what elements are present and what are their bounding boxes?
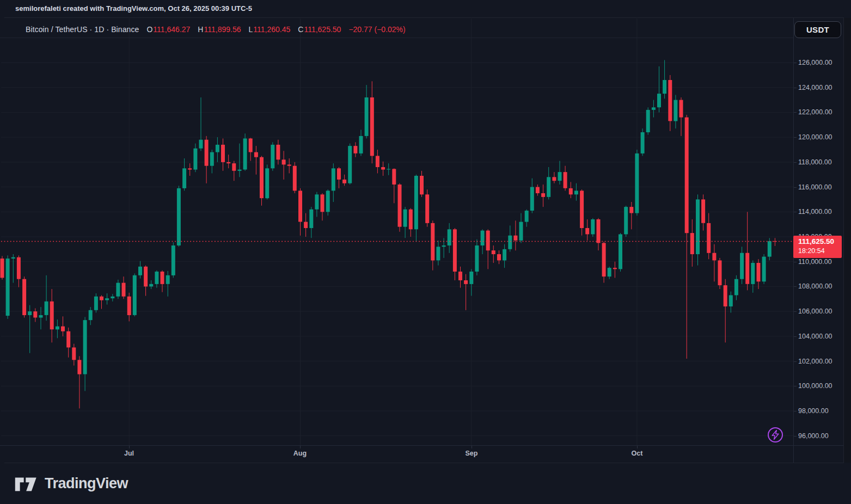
candle[interactable] [177, 188, 181, 245]
candle[interactable] [569, 188, 573, 194]
candle[interactable] [497, 254, 501, 260]
candle[interactable] [276, 145, 280, 159]
candle[interactable] [392, 169, 396, 185]
candle[interactable] [475, 245, 479, 272]
candle[interactable] [486, 231, 490, 251]
candle[interactable] [254, 152, 258, 157]
candle[interactable] [503, 249, 506, 261]
candle[interactable] [635, 153, 639, 213]
candle[interactable] [370, 97, 374, 156]
candle[interactable] [221, 145, 225, 162]
candle[interactable] [558, 172, 562, 181]
candle[interactable] [155, 272, 158, 284]
candle[interactable] [387, 169, 390, 169]
candle[interactable] [734, 279, 738, 296]
candle[interactable] [72, 347, 76, 360]
candle[interactable] [381, 167, 385, 170]
candle[interactable] [668, 80, 672, 121]
candle[interactable] [89, 310, 93, 320]
candle[interactable] [762, 257, 766, 282]
candle[interactable] [83, 320, 87, 374]
candle[interactable] [701, 199, 705, 223]
candle[interactable] [210, 152, 214, 166]
candle[interactable] [133, 275, 137, 315]
candle[interactable] [492, 250, 495, 254]
candle[interactable] [641, 132, 645, 153]
candle[interactable] [216, 145, 219, 152]
candle[interactable] [652, 107, 656, 110]
candle[interactable] [166, 275, 170, 284]
candle[interactable] [1, 259, 4, 278]
candle[interactable] [552, 177, 556, 181]
candle[interactable] [353, 146, 357, 153]
candle[interactable] [298, 190, 302, 222]
candle[interactable] [105, 298, 109, 300]
candle[interactable] [205, 140, 209, 166]
candle[interactable] [420, 176, 424, 194]
candle[interactable] [751, 263, 755, 284]
candle[interactable] [348, 146, 352, 183]
candle[interactable] [111, 297, 114, 298]
candle[interactable] [45, 302, 48, 315]
candle[interactable] [657, 94, 661, 107]
candle[interactable] [304, 222, 308, 228]
candle[interactable] [768, 241, 772, 257]
candle[interactable] [536, 187, 540, 193]
candle[interactable] [282, 159, 286, 164]
candle[interactable] [182, 168, 186, 188]
candle[interactable] [260, 157, 264, 198]
tradingview-logo[interactable]: TradingView [14, 474, 128, 493]
candle[interactable] [718, 260, 722, 285]
candle[interactable] [342, 180, 346, 183]
candle[interactable] [193, 149, 197, 170]
candle[interactable] [376, 156, 379, 167]
candle[interactable] [332, 168, 335, 190]
candle[interactable] [574, 190, 578, 194]
candle[interactable] [326, 190, 330, 212]
candle[interactable] [674, 100, 677, 121]
candle[interactable] [690, 233, 694, 254]
candle[interactable] [409, 210, 413, 230]
candle[interactable] [28, 311, 32, 315]
candle[interactable] [116, 283, 120, 297]
candle[interactable] [309, 210, 313, 228]
candle[interactable] [144, 267, 148, 287]
candle[interactable] [530, 187, 534, 211]
candle[interactable] [226, 162, 230, 163]
candle[interactable] [265, 168, 269, 198]
candle[interactable] [61, 327, 65, 331]
candle[interactable] [547, 177, 550, 197]
candle[interactable] [403, 210, 407, 227]
candle[interactable] [745, 253, 749, 284]
candle[interactable] [624, 207, 628, 234]
candle[interactable] [448, 229, 451, 245]
candle[interactable] [458, 272, 462, 280]
candle[interactable] [729, 295, 733, 306]
candle[interactable] [359, 136, 363, 153]
candle[interactable] [287, 164, 291, 165]
candle[interactable] [238, 170, 242, 171]
candle[interactable] [740, 253, 744, 279]
candle[interactable] [22, 279, 26, 315]
candle[interactable] [199, 140, 203, 149]
candle[interactable] [188, 168, 192, 169]
candle[interactable] [127, 297, 131, 315]
candle[interactable] [77, 360, 81, 374]
symbol-title[interactable]: Bitcoin / TetherUS · 1D · Binance [26, 25, 139, 34]
candle[interactable] [469, 272, 473, 284]
candle[interactable] [712, 253, 716, 261]
candle[interactable] [619, 234, 622, 269]
candle[interactable] [519, 222, 523, 241]
candle[interactable] [679, 100, 683, 118]
candle[interactable] [66, 331, 70, 348]
candle[interactable] [33, 311, 37, 317]
candle[interactable] [608, 268, 611, 276]
candle[interactable] [685, 118, 689, 233]
candle[interactable] [597, 219, 601, 243]
candle[interactable] [94, 297, 98, 310]
candle[interactable] [707, 223, 711, 253]
candle[interactable] [513, 236, 517, 241]
candle[interactable] [172, 245, 175, 275]
candle[interactable] [149, 284, 153, 287]
candle[interactable] [315, 194, 319, 209]
